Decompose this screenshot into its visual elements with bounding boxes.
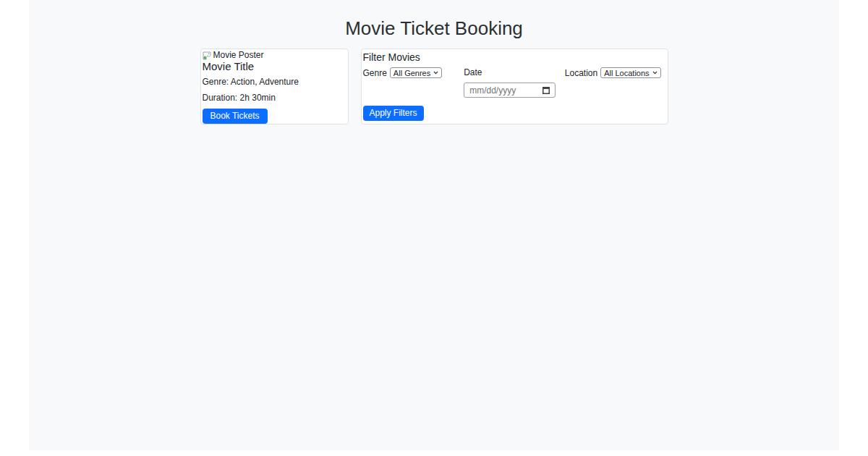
genre-label: Genre (363, 68, 387, 78)
filter-card: Filter Movies Genre All Genres D (361, 48, 668, 124)
filter-col-location: Location All Locations (565, 67, 666, 98)
poster-alt-text: Movie Poster (213, 51, 264, 60)
movie-genre: Genre: Action, Adventure (203, 77, 346, 87)
filter-col-genre: Genre All Genres (363, 67, 464, 98)
movie-card: Movie Poster Movie Title Genre: Action, … (200, 48, 349, 124)
genre-select-value: All Genres (393, 68, 430, 78)
chevron-down-icon (433, 71, 438, 75)
filter-heading: Filter Movies (363, 51, 666, 63)
content-row: Movie Poster Movie Title Genre: Action, … (29, 48, 839, 124)
filter-row: Genre All Genres Date (363, 67, 666, 98)
genre-select[interactable]: All Genres (390, 67, 442, 78)
movie-title: Movie Title (203, 60, 346, 73)
movie-duration: Duration: 2h 30min (203, 93, 346, 103)
location-label: Location (565, 68, 597, 78)
date-input[interactable] (469, 85, 540, 96)
movie-poster-broken: Movie Poster (203, 51, 346, 60)
page-background: Movie Ticket Booking Movie Poster Movie … (29, 0, 839, 450)
chevron-down-icon (652, 71, 658, 75)
filter-col-date: Date (464, 67, 565, 98)
book-tickets-button[interactable]: Book Tickets (203, 109, 268, 124)
location-select[interactable]: All Locations (600, 67, 660, 78)
broken-image-icon (203, 51, 211, 60)
location-select-value: All Locations (604, 68, 649, 78)
date-label: Date (464, 67, 565, 77)
calendar-icon[interactable] (542, 86, 550, 94)
page-title: Movie Ticket Booking (29, 0, 839, 40)
date-input-box (464, 83, 556, 98)
apply-filters-button[interactable]: Apply Filters (363, 106, 424, 121)
